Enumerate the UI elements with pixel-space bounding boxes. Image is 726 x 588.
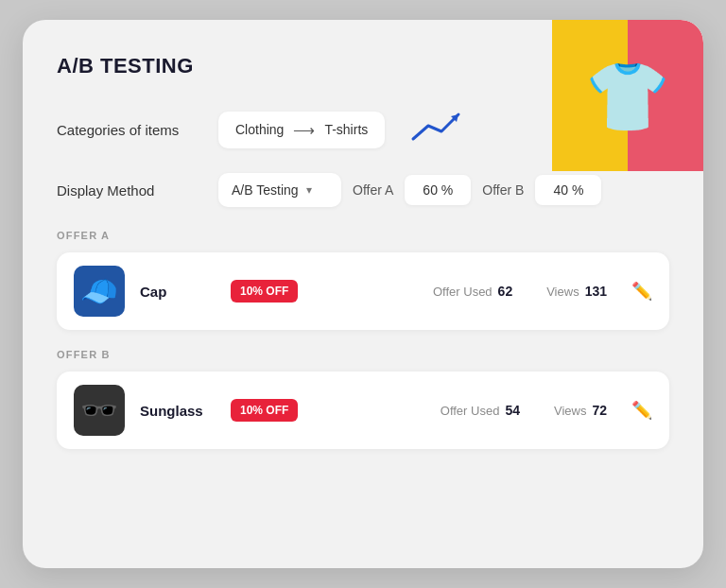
dropdown-value: A/B Testing: [232, 182, 299, 198]
offer-b-label: Offer B: [482, 182, 524, 198]
offer-a-card: 🧢 Cap 10% OFF Offer Used 62 Views 131 ✏️: [57, 252, 669, 330]
sunglass-edit-icon[interactable]: ✏️: [631, 400, 652, 421]
chevron-down-icon: ▾: [306, 183, 312, 197]
category-parent: Clothing: [235, 122, 284, 137]
tshirt-icon: 👕: [585, 62, 670, 130]
display-method-controls: A/B Testing ▾ Offer A 60 % Offer B 40 %: [218, 173, 601, 207]
main-card: 👕 A/B TESTING Categories of items Clothi…: [23, 20, 703, 568]
cap-thumbnail: 🧢: [74, 266, 125, 317]
cap-offer-used-value: 62: [498, 284, 513, 299]
offer-b-section: OFFER B 🕶️ Sunglass 10% OFF Offer Used 5…: [57, 349, 669, 449]
display-method-row: Display Method A/B Testing ▾ Offer A 60 …: [57, 173, 669, 207]
category-child: T-shirts: [324, 122, 368, 137]
cap-views-value: 131: [585, 284, 607, 299]
breadcrumb-arrow-icon: ⟶: [293, 121, 315, 139]
cap-offer-used-label: Offer Used: [433, 285, 493, 299]
trend-icon: [409, 109, 466, 150]
sunglass-name: Sunglass: [140, 403, 216, 419]
sunglass-discount-badge: 10% OFF: [231, 399, 298, 422]
sunglass-offer-used-label: Offer Used: [441, 404, 500, 418]
offer-a-label: Offer A: [353, 182, 393, 198]
offer-b-section-title: OFFER B: [57, 349, 669, 360]
sunglass-stats: Offer Used 54 Views 72: [441, 403, 607, 418]
offer-b-percent: 40 %: [535, 175, 601, 205]
breadcrumb-pill[interactable]: Clothing ⟶ T-shirts: [218, 112, 385, 148]
cap-stats: Offer Used 62 Views 131: [433, 284, 607, 299]
offer-a-section: OFFER A 🧢 Cap 10% OFF Offer Used 62 View…: [57, 230, 669, 330]
categories-label: Categories of items: [57, 122, 203, 138]
hero-image: 👕: [552, 20, 703, 171]
offer-b-card: 🕶️ Sunglass 10% OFF Offer Used 54 Views …: [57, 372, 669, 449]
sunglass-thumbnail: 🕶️: [74, 385, 125, 436]
display-method-dropdown[interactable]: A/B Testing ▾: [218, 173, 341, 207]
sunglass-views-label: Views: [554, 404, 586, 418]
display-method-label: Display Method: [57, 182, 203, 199]
sunglass-offer-used-value: 54: [505, 403, 520, 418]
cap-views-label: Views: [546, 285, 579, 299]
cap-name: Cap: [140, 284, 216, 300]
offer-a-section-title: OFFER A: [57, 230, 669, 241]
sunglass-views-value: 72: [592, 403, 607, 418]
cap-edit-icon[interactable]: ✏️: [631, 281, 652, 302]
offer-a-percent: 60 %: [405, 175, 471, 205]
cap-discount-badge: 10% OFF: [231, 280, 298, 303]
